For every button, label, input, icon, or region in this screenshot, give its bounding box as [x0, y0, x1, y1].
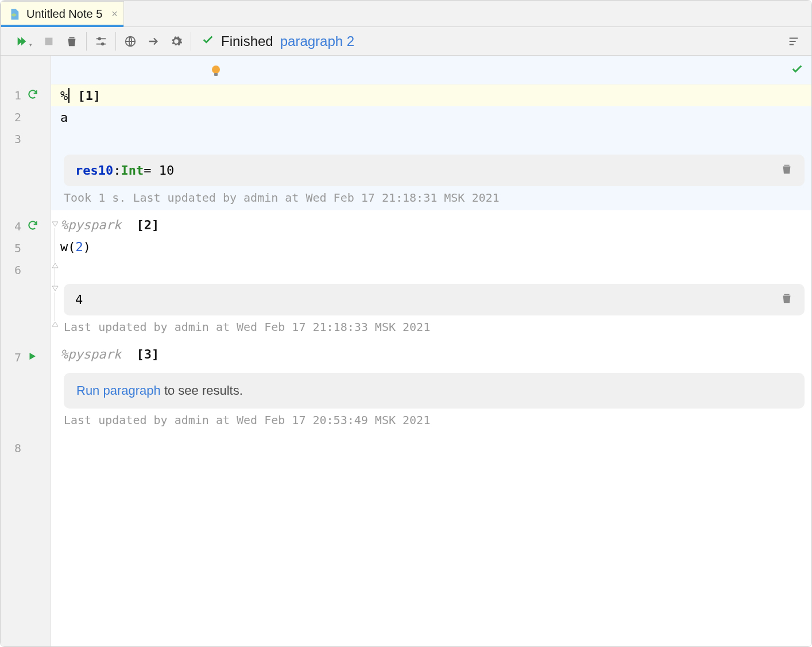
play-icon[interactable]	[27, 351, 37, 364]
code-line[interactable]: %pyspark [2]	[51, 214, 811, 236]
line-number: 8	[1, 441, 21, 455]
outline-button[interactable]	[787, 35, 800, 48]
meta-line: Last updated by admin at Wed Feb 17 21:1…	[51, 318, 811, 340]
code-line[interactable]: w(2)	[51, 236, 811, 257]
prompt-text: to see results.	[161, 383, 243, 398]
tab-close-icon[interactable]: ×	[111, 8, 118, 20]
text-cursor	[68, 88, 69, 103]
status-check-icon	[202, 33, 214, 49]
trash-icon[interactable]	[780, 292, 793, 307]
line-number: 7	[1, 351, 21, 364]
result-box: res10: Int = 10	[64, 155, 805, 186]
rerun-icon[interactable]	[27, 219, 38, 234]
delete-button[interactable]	[65, 35, 78, 48]
line-number: 4	[1, 219, 21, 233]
status-link[interactable]: paragraph 2	[280, 33, 354, 49]
status-label: Finished	[221, 33, 273, 49]
tab-bar: Untitled Note 5 ×	[1, 1, 811, 27]
result-type: Int	[121, 163, 144, 178]
settings-sliders-button[interactable]	[95, 35, 107, 48]
line-number: 2	[1, 110, 21, 124]
paragraph-3[interactable]: %pyspark [3] Run paragraph to see result…	[51, 343, 811, 433]
code-line[interactable]: % [1]	[51, 84, 811, 106]
hint-row	[51, 56, 811, 84]
rerun-icon[interactable]	[27, 88, 38, 103]
number-literal: 2	[76, 240, 83, 254]
ok-check-icon	[791, 63, 803, 78]
svg-point-9	[212, 66, 220, 74]
interpreter-prefix: %	[60, 88, 68, 103]
gear-button[interactable]	[170, 35, 183, 48]
gutter: 1 2 3 4 5 6 7 8	[1, 56, 51, 646]
code-line[interactable]	[51, 128, 811, 150]
svg-point-3	[98, 37, 100, 40]
svg-point-4	[102, 43, 104, 45]
arrow-right-button[interactable]	[147, 35, 160, 48]
line-number: 1	[1, 88, 21, 102]
trash-icon[interactable]	[780, 163, 793, 178]
code-line[interactable]: %pyspark [3]	[51, 343, 811, 365]
code-text: w(	[60, 240, 76, 254]
cell-tag: [3]	[136, 347, 159, 361]
line-number: 6	[1, 263, 21, 277]
interpreter-directive: %pyspark	[60, 347, 121, 361]
status-area: Finished paragraph 2	[191, 33, 365, 49]
bulb-icon[interactable]	[211, 65, 221, 78]
code-text: )	[83, 240, 91, 254]
tab-title: Untitled Note 5	[26, 7, 102, 21]
svg-rect-0	[45, 37, 53, 45]
stop-button	[42, 35, 55, 48]
result-name: res10	[75, 163, 113, 178]
paragraph-1[interactable]: % [1] a res10: Int = 10 Took 1 s. Last u…	[51, 84, 811, 210]
code-area[interactable]: % [1] a res10: Int = 10 Took 1 s. Last u…	[51, 56, 811, 646]
code-text: a	[60, 110, 68, 125]
line-number: 3	[1, 132, 21, 146]
result-value: 4	[75, 292, 83, 307]
prompt-box: Run paragraph to see results.	[64, 373, 805, 409]
globe-button[interactable]	[124, 35, 137, 48]
editor: 1 2 3 4 5 6 7 8	[1, 56, 811, 646]
meta-line: Took 1 s. Last updated by admin at Wed F…	[51, 188, 811, 210]
result-colon: :	[113, 163, 121, 178]
toolbar: ▾ Finished paragraph 2	[1, 27, 811, 56]
note-file-icon	[8, 8, 21, 21]
meta-line: Last updated by admin at Wed Feb 17 20:5…	[51, 411, 811, 433]
interpreter-directive: %pyspark	[60, 218, 121, 232]
cell-tag: [2]	[136, 218, 159, 232]
result-value: = 10	[144, 163, 174, 178]
run-paragraph-link[interactable]: Run paragraph	[76, 383, 161, 398]
tab-active[interactable]: Untitled Note 5 ×	[1, 1, 124, 26]
svg-rect-10	[214, 73, 218, 76]
line-number: 5	[1, 241, 21, 255]
code-line[interactable]: a	[51, 106, 811, 128]
result-box: 4	[64, 284, 805, 315]
cell-tag: [1]	[78, 88, 101, 103]
code-line[interactable]	[51, 257, 811, 279]
run-dropdown-icon[interactable]: ▾	[29, 42, 32, 48]
run-all-button[interactable]: ▾	[16, 35, 32, 48]
paragraph-2[interactable]: %pyspark [2] w(2) 4 Last updated by admi…	[51, 214, 811, 340]
